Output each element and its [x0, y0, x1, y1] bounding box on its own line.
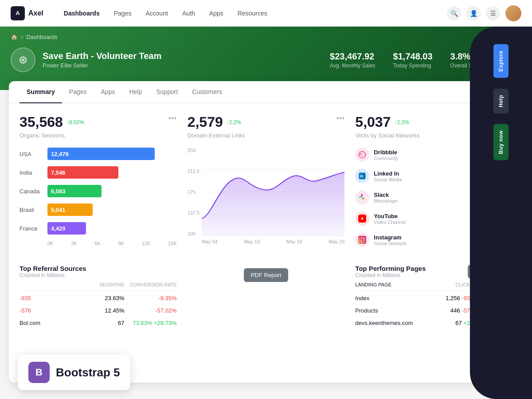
sessions-label: Organic Sessions — [20, 132, 177, 139]
social-value: 5,037 — [355, 114, 391, 130]
referral-rate-2: 12.45% — [90, 307, 125, 314]
page-name-2: Products — [355, 307, 434, 314]
linkedin-icon: in — [355, 169, 369, 183]
team-role: Power Elite Seller — [43, 62, 161, 69]
nav-apps[interactable]: Apps — [203, 6, 230, 20]
sessions-more-btn[interactable]: ••• — [168, 114, 177, 123]
bar-wrap-brasil: 5,041 — [47, 203, 177, 216]
referral-rate-change-2: -57.02% — [124, 307, 176, 314]
y-axis-labels: 250 212.5 175 137.5 100 — [188, 148, 200, 236]
bar-france: France 4,420 — [20, 222, 177, 235]
bootstrap-label: Bootstrap 5 — [56, 366, 120, 379]
notifications-button[interactable]: 👤 — [466, 6, 481, 20]
referral-name-3: Bol.com — [20, 320, 90, 326]
sessions-bar-chart: USA 12,478 India 7,546 Canada 6,083 — [20, 148, 177, 246]
stat-monthly-label: Avg. Monthly Sales — [330, 63, 376, 69]
bar-fill-usa: 12,478 — [47, 148, 155, 160]
sessions-value: 35,568 — [20, 114, 63, 130]
explore-side-btn[interactable]: Explore — [493, 44, 509, 78]
referral-section: Top Referral Sources Counted in Millions… — [20, 265, 177, 329]
referral-sessions-2: -576 — [20, 307, 90, 314]
search-button[interactable]: 🔍 — [447, 6, 461, 20]
links-value: 2,579 — [188, 114, 223, 130]
bootstrap-icon: B — [28, 362, 50, 383]
bar-wrap-canada: 6,083 — [47, 185, 177, 197]
sessions-badge: ↑8.02% — [66, 119, 84, 125]
bar-usa: USA 12,478 — [20, 148, 177, 160]
line-chart-svg — [202, 148, 345, 236]
metric-header-links: 2,579 ↑2.2% ••• — [188, 114, 345, 130]
nav-resources[interactable]: Resources — [231, 6, 274, 20]
nav-auth[interactable]: Auth — [176, 6, 201, 20]
main-card: Summary Pages Apps Help Support Customer… — [9, 81, 523, 383]
x-axis-labels: May 04May 10May 18May 26 — [202, 239, 345, 244]
tab-customers[interactable]: Customers — [185, 81, 229, 103]
header-left: ⊛ Save Earth - Volunteer Team Power Elit… — [11, 47, 161, 72]
links-badge: ↑2.2% — [227, 119, 241, 125]
country-brasil: Brasil — [20, 207, 44, 213]
country-canada: Canada — [20, 188, 44, 195]
logo-area[interactable]: A Axel — [11, 6, 43, 20]
bottom-content: Top Referral Sources Counted in Millions… — [9, 265, 523, 340]
links-label: Domain External Links — [188, 132, 345, 139]
svg-rect-8 — [361, 194, 363, 197]
green-header: 🏠 > Dashboards ⊛ Save Earth - Volunteer … — [0, 27, 532, 90]
bar-fill-india: 7,546 — [47, 166, 118, 179]
organic-sessions-card: 35,568 ↑8.02% ••• Organic Sessions USA 1… — [20, 114, 177, 254]
bar-axis: 0K3K6K9K12K15K — [20, 241, 177, 246]
bar-wrap-france: 4,420 — [47, 222, 177, 235]
help-side-btn[interactable]: Help — [493, 89, 509, 113]
bar-india: India 7,546 — [20, 166, 177, 179]
tab-summary[interactable]: Summary — [20, 81, 62, 103]
nav-account[interactable]: Account — [139, 6, 174, 20]
bar-fill-brasil: 5,041 — [47, 203, 93, 216]
stat-monthly-value: $23,467.92 — [330, 51, 376, 62]
pages-sub: Counted in Millions — [355, 272, 426, 278]
home-icon: 🏠 — [11, 34, 18, 40]
page-clicks-1: 1,256 -935 — [434, 295, 473, 301]
tab-apps[interactable]: Apps — [94, 81, 122, 103]
stat-today-spending: $1,748.03 Today Spending — [393, 51, 433, 69]
referral-title: Top Referral Sources — [20, 265, 177, 272]
page-name-3: devs.keenthemes.com — [355, 320, 434, 326]
tab-pages[interactable]: Pages — [62, 81, 94, 103]
referral-sub: Counted in Millions — [20, 272, 177, 278]
breadcrumb: 🏠 > Dashboards — [11, 34, 521, 40]
breadcrumb-current: Dashboards — [27, 34, 58, 40]
youtube-icon — [355, 211, 369, 226]
referral-table-header: SESSIONS CONVERSION RATE — [20, 282, 177, 290]
nav-links: Dashboards Pages Account Auth Apps Resou… — [58, 6, 447, 20]
app-name: Axel — [28, 9, 43, 17]
header-info: Save Earth - Volunteer Team Power Elite … — [43, 51, 161, 69]
right-side-panel: Explore Help Buy now — [470, 27, 532, 399]
bar-canada: Canada 6,083 — [20, 185, 177, 197]
main-content: 35,568 ↑8.02% ••• Organic Sessions USA 1… — [9, 103, 523, 265]
bar-fill-canada: 6,083 — [47, 185, 102, 197]
svg-text:in: in — [360, 174, 363, 178]
menu-button[interactable]: ☰ — [486, 6, 500, 20]
instagram-icon — [355, 233, 369, 247]
nav-dashboards[interactable]: Dashboards — [58, 6, 106, 20]
links-more-btn[interactable]: ••• — [336, 114, 344, 123]
referral-row-3: Bol.com 67 73.63% +28.73% — [20, 317, 177, 329]
nav-pages[interactable]: Pages — [108, 6, 138, 20]
col-name-header — [20, 282, 90, 287]
page-clicks-3: 67 +24 — [434, 320, 473, 326]
bootstrap-badge: B Bootstrap 5 — [18, 355, 130, 390]
user-avatar[interactable] — [505, 5, 521, 21]
country-india: India — [20, 169, 44, 176]
nav-right: 🔍 👤 ☰ — [447, 5, 521, 21]
col-rate-header: CONVERSION RATE — [124, 282, 176, 287]
col-clicks-header: CLICKS — [434, 282, 473, 287]
tab-help[interactable]: Help — [122, 81, 149, 103]
domain-links-card: 2,579 ↑2.2% ••• Domain External Links 25… — [188, 114, 345, 254]
tab-support[interactable]: Support — [149, 81, 185, 103]
team-logo: ⊛ — [11, 47, 35, 72]
col-landing-header: LANDING PAGE — [355, 282, 434, 287]
buy-now-side-btn[interactable]: Buy now — [493, 124, 509, 160]
team-name: Save Earth - Volunteer Team — [43, 51, 161, 61]
bar-fill-france: 4,420 — [47, 222, 86, 235]
referral-row-2: -576 12.45% -57.02% — [20, 305, 177, 317]
metric-header-sessions: 35,568 ↑8.02% ••• — [20, 114, 177, 130]
pdf-report-button[interactable]: PDF Report — [244, 268, 289, 282]
